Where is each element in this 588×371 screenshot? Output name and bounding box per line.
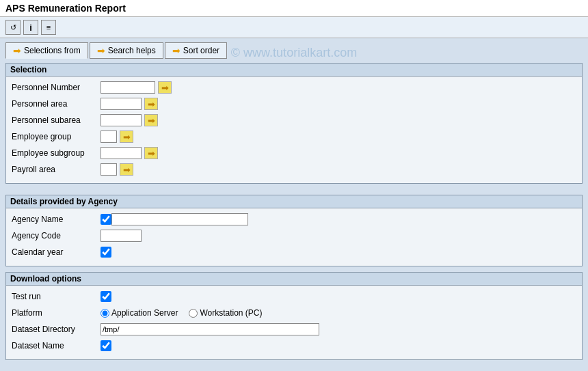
input-personnel-subarea[interactable] — [101, 114, 142, 126]
arrow-btn-employee-subgroup[interactable]: ➡ — [144, 147, 158, 159]
tab-sort-order-label: Sort order — [183, 46, 219, 55]
arrow-btn-personnel-subarea[interactable]: ➡ — [144, 114, 158, 126]
form-row-personnel-subarea: Personnel subarea ➡ — [12, 113, 576, 127]
label-calendar-year: Calendar year — [12, 247, 101, 257]
download-section-title: Download options — [6, 273, 582, 286]
label-employee-subgroup: Employee subgroup — [12, 148, 101, 158]
tab-search-arrow-icon: ➡ — [97, 45, 105, 56]
form-row-personnel-area: Personnel area ➡ — [12, 97, 576, 111]
label-personnel-area: Personnel area — [12, 99, 101, 109]
arrow-btn-personnel-area[interactable]: ➡ — [144, 98, 158, 110]
label-personnel-number: Personnel Number — [12, 83, 101, 92]
label-test-run: Test run — [12, 292, 101, 301]
arrow-btn-payroll-area[interactable]: ➡ — [120, 163, 133, 176]
form-row-dataset-directory: Dataset Directory — [12, 322, 576, 336]
radio-input-workstation[interactable] — [189, 309, 198, 318]
download-section-body: Test run Platform Application Server Wor… — [6, 286, 582, 359]
form-row-agency-name: Agency Name — [12, 212, 576, 226]
checkbox-test-run[interactable] — [101, 291, 111, 302]
download-section: Download options Test run Platform Appli… — [5, 272, 583, 360]
input-dataset-directory[interactable] — [101, 323, 319, 335]
selection-section: Selection Personnel Number ➡ Personnel a… — [5, 63, 583, 184]
label-payroll-area: Payroll area — [12, 165, 101, 174]
input-employee-group[interactable] — [101, 130, 117, 143]
label-agency-code: Agency Code — [12, 231, 101, 241]
tab-bar: ➡ Selections from ➡ Search helps ➡ Sort … — [0, 38, 588, 59]
selection-section-body: Personnel Number ➡ Personnel area ➡ Pers… — [6, 77, 582, 183]
input-personnel-number[interactable] — [101, 81, 155, 94]
input-payroll-area[interactable] — [101, 163, 117, 176]
selection-section-title: Selection — [6, 64, 582, 77]
form-row-employee-subgroup: Employee subgroup ➡ — [12, 146, 576, 160]
info-button[interactable]: i — [23, 20, 38, 35]
form-row-payroll-area: Payroll area ➡ — [12, 163, 576, 176]
tab-search-helps[interactable]: ➡ Search helps — [90, 42, 163, 59]
page-title: APS Remuneration Report — [5, 3, 126, 14]
form-row-platform: Platform Application Server Workstation … — [12, 306, 576, 320]
form-row-personnel-number: Personnel Number ➡ — [12, 81, 576, 94]
layout-button[interactable]: ≡ — [41, 20, 56, 35]
tab-search-helps-label: Search helps — [108, 46, 156, 55]
radio-label-application-server: Application Server — [111, 308, 178, 318]
checkbox-dataset-name[interactable] — [101, 340, 111, 351]
tab-selections-from[interactable]: ➡ Selections from — [5, 42, 88, 59]
form-row-agency-code: Agency Code — [12, 229, 576, 243]
agency-section-title: Details provided by Agency — [6, 195, 582, 208]
tab-selections-from-label: Selections from — [24, 46, 81, 55]
form-row-test-run: Test run — [12, 290, 576, 303]
arrow-btn-employee-group[interactable]: ➡ — [120, 130, 133, 143]
input-employee-subgroup[interactable] — [101, 147, 142, 159]
radio-workstation[interactable]: Workstation (PC) — [189, 308, 262, 318]
agency-section: Details provided by Agency Agency Name A… — [5, 195, 583, 266]
tab-sort-order[interactable]: ➡ Sort order — [165, 42, 227, 59]
label-dataset-name: Dataset Name — [12, 341, 101, 351]
input-personnel-area[interactable] — [101, 98, 142, 110]
form-row-dataset-name: Dataset Name — [12, 339, 576, 353]
title-bar: APS Remuneration Report — [0, 0, 588, 17]
main-content: Selection Personnel Number ➡ Personnel a… — [0, 59, 588, 370]
tab-arrow-icon: ➡ — [13, 45, 21, 56]
radio-group-platform: Application Server Workstation (PC) — [101, 308, 263, 318]
label-employee-group: Employee group — [12, 132, 101, 141]
agency-section-body: Agency Name Agency Code Calendar year — [6, 208, 582, 266]
label-agency-name: Agency Name — [12, 215, 101, 224]
radio-label-workstation: Workstation (PC) — [200, 308, 262, 318]
radio-input-application-server[interactable] — [101, 309, 109, 318]
form-row-calendar-year: Calendar year — [12, 245, 576, 259]
tab-sort-arrow-icon: ➡ — [172, 45, 181, 56]
input-agency-name[interactable] — [111, 213, 248, 225]
checkbox-calendar-year[interactable] — [101, 247, 111, 258]
input-agency-code[interactable] — [101, 230, 142, 242]
label-dataset-directory: Dataset Directory — [12, 325, 101, 334]
radio-application-server[interactable]: Application Server — [101, 308, 178, 318]
toolbar: ↺ i ≡ © www.tutorialkart.com — [0, 17, 588, 38]
label-personnel-subarea: Personnel subarea — [12, 115, 101, 125]
form-row-employee-group: Employee group ➡ — [12, 130, 576, 143]
arrow-btn-personnel-number[interactable]: ➡ — [158, 81, 172, 94]
checkbox-agency-name[interactable] — [101, 214, 111, 225]
back-button[interactable]: ↺ — [5, 20, 21, 35]
label-platform: Platform — [12, 308, 101, 318]
